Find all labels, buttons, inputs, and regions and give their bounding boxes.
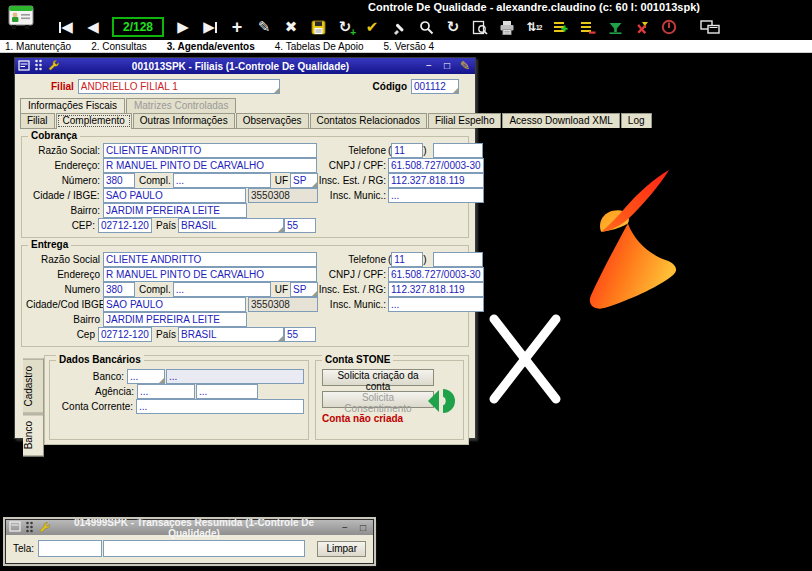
pais-input[interactable] (178, 327, 284, 342)
insc-est-input[interactable] (388, 282, 484, 297)
insc-est-input[interactable] (388, 173, 484, 188)
endereco-input[interactable] (103, 267, 317, 282)
menu-item-agenda-eventos[interactable]: 3. Agenda/eventos (167, 41, 255, 52)
compl-input[interactable] (173, 282, 271, 297)
pais-cod-input[interactable] (284, 327, 316, 342)
lookup-icon[interactable] (159, 378, 164, 383)
menu-item-versao-4[interactable]: 5. Versão 4 (384, 41, 435, 52)
numero-input[interactable] (103, 173, 135, 188)
previous-record-icon[interactable]: ◀ (83, 16, 103, 38)
grid-remove-icon[interactable] (578, 16, 598, 38)
edit-pencil-icon[interactable]: ✎ (458, 59, 472, 73)
menu-item-tabelas-de-apoio[interactable]: 4. Tabelas De Apoio (275, 41, 364, 52)
limpar-button[interactable]: Limpar (317, 541, 366, 557)
transacoes-titlebar[interactable]: 014999SPK - Transações Resumida (1-Contr… (6, 520, 373, 535)
form-icon (18, 60, 30, 73)
minimize-icon[interactable]: − (338, 521, 352, 535)
agencia-cod-input[interactable] (137, 384, 195, 399)
telefone-input[interactable] (433, 252, 483, 267)
lookup-icon[interactable] (278, 336, 283, 341)
filter-icon[interactable] (605, 16, 625, 38)
next-record-icon[interactable]: ▶ (173, 16, 193, 38)
grid-add-icon[interactable] (551, 16, 571, 38)
refresh-icon[interactable]: ↻ (443, 16, 463, 38)
record-counter: 2/128 (112, 17, 164, 37)
wrench-icon[interactable] (38, 521, 50, 535)
add-icon[interactable]: + (227, 16, 247, 38)
insc-mun-input[interactable] (388, 297, 484, 312)
save-new-icon[interactable]: ↻+ (335, 16, 355, 38)
bairro-input[interactable] (103, 312, 247, 327)
search-icon[interactable] (416, 16, 436, 38)
first-record-icon[interactable]: ◀ (56, 16, 76, 38)
tab-observacoes[interactable]: Observações (236, 113, 309, 128)
ddd-input[interactable] (391, 143, 423, 158)
save-icon[interactable] (308, 16, 328, 38)
tab-outras-informacoes[interactable]: Outras Informações (133, 113, 235, 128)
lookup-icon[interactable] (274, 88, 279, 93)
filiais-window: 001013SPK - Filiais (1-Controle De Quali… (14, 57, 476, 439)
cnpj-input[interactable] (388, 158, 484, 173)
telefone-input[interactable] (433, 143, 483, 158)
edit-icon[interactable]: ✎ (254, 16, 274, 38)
last-record-icon[interactable]: ▶ (200, 16, 220, 38)
agencia-dv-input[interactable] (196, 384, 258, 399)
filiais-titlebar[interactable]: 001013SPK - Filiais (1-Controle De Quali… (15, 58, 475, 74)
filial-input[interactable] (78, 79, 280, 94)
insc-mun-input[interactable] (388, 188, 484, 203)
tab-filial[interactable]: Filial (20, 113, 55, 128)
codigo-input[interactable] (411, 79, 459, 94)
lookup-icon[interactable] (453, 88, 458, 93)
tela-code-input[interactable] (38, 540, 102, 557)
sort-icon[interactable]: ⇅12 (524, 16, 544, 38)
tab-informacoes-fiscais[interactable]: Informações Fiscais (20, 98, 125, 113)
razao-social-input[interactable] (103, 252, 317, 267)
contact-card-icon[interactable] (6, 3, 36, 33)
endereco-input[interactable] (103, 158, 317, 173)
lookup-icon[interactable] (278, 227, 283, 232)
windows-icon[interactable] (700, 16, 720, 38)
maximize-icon[interactable]: □ (356, 521, 370, 535)
cep-input[interactable] (98, 327, 152, 342)
tab-filial-espelho[interactable]: Filial Espelho (428, 113, 501, 128)
app-title: Controle De Qualidade - alexandre.claudi… (368, 1, 700, 13)
cep-label: Cep (26, 329, 98, 340)
tab-cadastro[interactable]: Cadastro (23, 359, 44, 414)
tab-complemento[interactable]: Complemento (56, 113, 132, 129)
pais-input[interactable] (178, 218, 284, 233)
lookup-icon[interactable] (312, 182, 317, 187)
minimize-icon[interactable]: − (422, 59, 436, 73)
conta-corrente-input[interactable] (136, 399, 304, 414)
confirm-icon[interactable]: ✔ (362, 16, 382, 38)
tab-log[interactable]: Log (621, 113, 652, 128)
endereco-label: Endereço (26, 269, 103, 280)
tab-acesso-download-xml[interactable]: Acesso Download XML (502, 113, 619, 128)
cidade-input[interactable] (103, 188, 246, 203)
delete-icon[interactable]: ✖ (281, 16, 301, 38)
preview-icon[interactable] (470, 16, 490, 38)
pais-cod-input[interactable] (284, 218, 316, 233)
cidade-input[interactable] (103, 297, 246, 312)
tab-banco[interactable]: Banco (23, 414, 44, 456)
menu-item-consultas[interactable]: 2. Consultas (91, 41, 147, 52)
bairro-input[interactable] (103, 203, 247, 218)
razao-social-input[interactable] (103, 143, 317, 158)
cep-input[interactable] (98, 218, 152, 233)
brush-icon[interactable] (389, 16, 409, 38)
exit-icon[interactable] (659, 16, 679, 38)
ddd-input[interactable] (391, 252, 423, 267)
print-icon[interactable] (497, 16, 517, 38)
filter-clear-icon[interactable] (632, 16, 652, 38)
dados-bancarios-group: Dados Bancários Banco: Agência: Conta Co… (49, 360, 309, 440)
lookup-icon[interactable] (312, 291, 317, 296)
wrench-icon[interactable] (47, 59, 59, 73)
banco-nome-input[interactable] (166, 369, 304, 384)
tab-contatos-relacionados[interactable]: Contatos Relacionados (310, 113, 427, 128)
maximize-icon[interactable]: □ (440, 59, 454, 73)
compl-input[interactable] (173, 173, 271, 188)
cnpj-input[interactable] (388, 267, 484, 282)
numero-input[interactable] (103, 282, 135, 297)
solicita-criacao-button[interactable]: Solicita criação da conta (322, 369, 434, 386)
menu-item-manutencao[interactable]: 1. Manutenção (5, 41, 71, 52)
tela-desc-input[interactable] (103, 540, 305, 557)
